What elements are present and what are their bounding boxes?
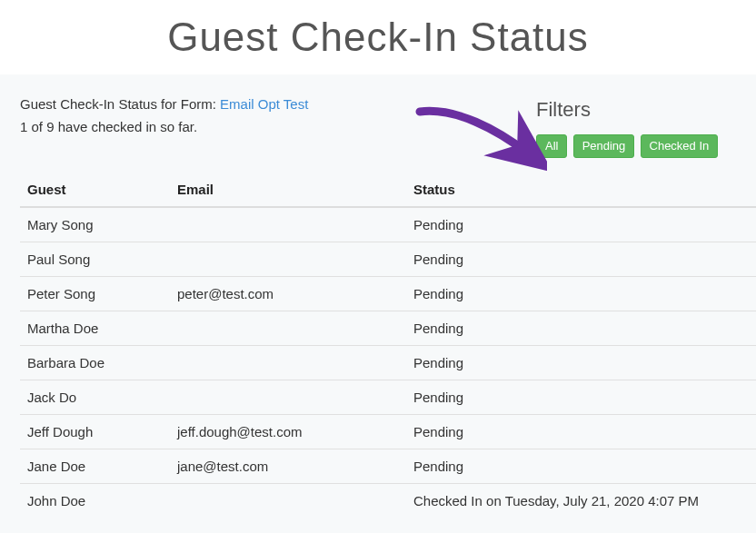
- cell-email: jane@test.com: [170, 449, 406, 484]
- cell-status: Pending: [406, 207, 756, 242]
- filter-checked-in-button[interactable]: Checked In: [641, 134, 719, 158]
- table-row: Jeff Doughjeff.dough@test.comPending: [20, 415, 756, 449]
- filters-area: Filters All Pending Checked In: [536, 98, 720, 158]
- col-email: Email: [170, 173, 406, 207]
- cell-email: peter@test.com: [170, 277, 406, 311]
- cell-guest: Jack Do: [20, 380, 170, 415]
- cell-email: [170, 311, 406, 346]
- cell-status: Pending: [406, 449, 756, 484]
- cell-email: jeff.dough@test.com: [170, 415, 406, 449]
- table-row: Peter Songpeter@test.comPending: [20, 277, 756, 311]
- cell-status: Pending: [406, 346, 756, 380]
- page-header: Guest Check-In Status: [0, 0, 756, 74]
- table-row: Jack DoPending: [20, 380, 756, 415]
- page-title: Guest Check-In Status: [0, 0, 756, 60]
- table-row: John DoeChecked In on Tuesday, July 21, …: [20, 484, 756, 518]
- cell-guest: Peter Song: [20, 277, 170, 311]
- guest-table: Guest Email Status Mary SongPendingPaul …: [20, 173, 756, 518]
- cell-status: Pending: [406, 311, 756, 346]
- cell-guest: Jeff Dough: [20, 415, 170, 449]
- cell-guest: Martha Doe: [20, 311, 170, 346]
- cell-status: Pending: [406, 380, 756, 415]
- table-header-row: Guest Email Status: [20, 173, 756, 207]
- intro-prefix: Guest Check-In Status for Form:: [20, 96, 220, 112]
- cell-email: [170, 242, 406, 277]
- cell-email: [170, 484, 406, 518]
- table-row: Jane Doejane@test.comPending: [20, 449, 756, 484]
- filters-heading: Filters: [536, 98, 720, 122]
- cell-guest: John Doe: [20, 484, 170, 518]
- col-guest: Guest: [20, 173, 170, 207]
- cell-guest: Barbara Doe: [20, 346, 170, 380]
- table-row: Barbara DoePending: [20, 346, 756, 380]
- col-status: Status: [406, 173, 756, 207]
- cell-status: Pending: [406, 415, 756, 449]
- table-row: Paul SongPending: [20, 242, 756, 277]
- cell-status: Checked In on Tuesday, July 21, 2020 4:0…: [406, 484, 756, 518]
- cell-email: [170, 380, 406, 415]
- cell-email: [170, 207, 406, 242]
- cell-guest: Jane Doe: [20, 449, 170, 484]
- filter-all-button[interactable]: All: [536, 134, 567, 158]
- cell-status: Pending: [406, 242, 756, 277]
- cell-guest: Paul Song: [20, 242, 170, 277]
- cell-email: [170, 346, 406, 380]
- filter-pending-button[interactable]: Pending: [573, 134, 635, 158]
- form-link[interactable]: Email Opt Test: [220, 96, 308, 112]
- cell-guest: Mary Song: [20, 207, 170, 242]
- table-row: Mary SongPending: [20, 207, 756, 242]
- cell-status: Pending: [406, 277, 756, 311]
- main-panel: Guest Check-In Status for Form: Email Op…: [0, 74, 756, 533]
- table-row: Martha DoePending: [20, 311, 756, 346]
